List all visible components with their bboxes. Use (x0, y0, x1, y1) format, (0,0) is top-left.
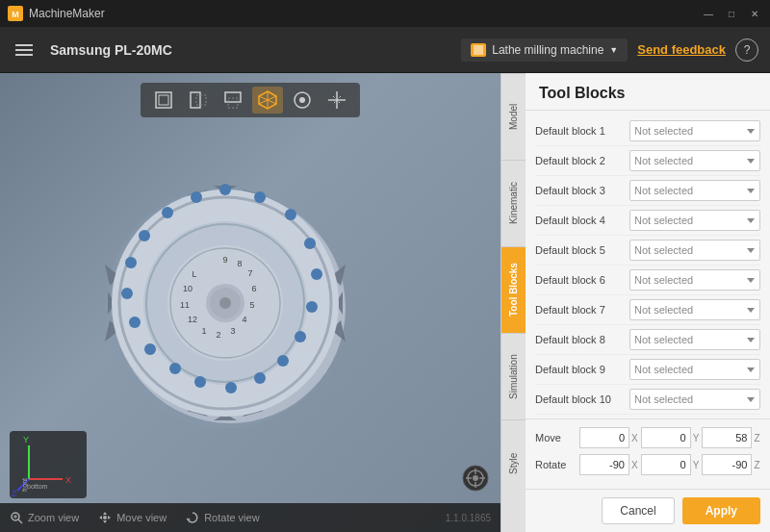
tab-simulation[interactable]: Simulation (501, 333, 526, 419)
header-right: Lathe milling machine ▼ Send feedback ? (461, 38, 758, 62)
block-select-3[interactable]: Not selected (629, 180, 760, 201)
home-button[interactable] (462, 465, 491, 494)
svg-text:6: 6 (251, 284, 256, 293)
move-label-text: Move (535, 432, 576, 443)
minimize-button[interactable]: — (701, 6, 716, 21)
app-title: MachineMaker (29, 7, 105, 20)
send-feedback-button[interactable]: Send feedback (637, 42, 726, 57)
svg-text:X: X (65, 475, 71, 485)
machine-type-label: Lathe milling machine (492, 43, 603, 57)
svg-point-50 (277, 355, 289, 367)
block-select-7[interactable]: Not selected (629, 299, 760, 320)
svg-point-47 (311, 268, 322, 280)
block-select-2[interactable]: Not selected (629, 150, 760, 171)
tab-model[interactable]: Model (501, 73, 526, 160)
block-select-4[interactable]: Not selected (629, 210, 760, 231)
rotate-view-tool[interactable]: Rotate view (186, 511, 259, 524)
crosshair-button[interactable] (321, 87, 352, 114)
block-label-9: Default block 9 (535, 364, 622, 375)
svg-text:Y: Y (23, 435, 29, 444)
block-row-2: Default block 2Not selected (535, 146, 760, 176)
svg-point-82 (103, 516, 107, 519)
top-view-button[interactable] (218, 87, 248, 114)
menu-button[interactable] (12, 40, 37, 60)
svg-rect-4 (159, 95, 168, 105)
machine-type-button[interactable]: Lathe milling machine ▼ (461, 38, 628, 62)
block-label-3: Default block 3 (535, 185, 622, 196)
svg-rect-5 (191, 92, 200, 108)
move-row: Move X Y Z (535, 427, 760, 448)
panel-actions: Cancel Apply (526, 489, 770, 532)
front-view-button[interactable] (148, 87, 179, 114)
block-select-10[interactable]: Not selected (629, 389, 760, 410)
rotate-z-axis: Z (752, 460, 760, 470)
svg-rect-2 (474, 45, 483, 55)
svg-text:7: 7 (247, 268, 252, 278)
move-x-input[interactable] (579, 427, 629, 448)
rotate-x-axis: X (629, 460, 638, 470)
svg-point-43 (219, 184, 231, 195)
tab-kinematic[interactable]: Kinematic (501, 160, 526, 246)
svg-text:8: 8 (237, 259, 242, 268)
iso-view-button[interactable] (252, 87, 283, 114)
component-view-button[interactable] (287, 87, 318, 114)
zoom-icon (10, 511, 23, 524)
close-button[interactable]: ✕ (747, 6, 762, 21)
block-select-6[interactable]: Not selected (629, 269, 760, 291)
move-z-input[interactable] (702, 427, 752, 448)
svg-rect-8 (228, 98, 238, 108)
svg-rect-7 (225, 92, 241, 102)
move-y-input[interactable] (641, 427, 691, 448)
block-row-10: Default block 10Not selected (535, 385, 760, 415)
block-label-10: Default block 10 (535, 393, 622, 405)
rotate-icon (186, 511, 199, 524)
svg-text:5: 5 (249, 300, 254, 310)
svg-point-29 (219, 297, 231, 309)
svg-text:12: 12 (188, 315, 197, 324)
version-text: 1.1.0.1865 (446, 513, 491, 523)
block-select-5[interactable]: Not selected (629, 240, 760, 261)
block-label-6: Default block 6 (535, 274, 622, 286)
transform-section: Move X Y Z (526, 418, 770, 489)
move-x-wrap: X (579, 427, 638, 448)
svg-point-60 (162, 207, 173, 218)
tab-tool-blocks[interactable]: Tool Blocks (501, 246, 526, 333)
block-label-7: Default block 7 (535, 304, 622, 316)
svg-point-56 (129, 317, 141, 328)
machine-name: Samsung PL-20MC (50, 42, 172, 58)
rotate-y-axis: Y (691, 460, 700, 470)
svg-text:1: 1 (201, 326, 206, 336)
right-panel: Model Kinematic Tool Blocks Simulation S… (500, 73, 770, 532)
svg-point-51 (254, 372, 266, 384)
rotate-label-text: Rotate (535, 459, 576, 470)
maximize-button[interactable]: □ (724, 6, 739, 21)
rotate-label: Rotate view (204, 512, 259, 523)
rotate-x-input[interactable] (579, 454, 629, 475)
svg-point-61 (191, 191, 202, 203)
svg-point-57 (121, 288, 133, 299)
block-select-8[interactable]: Not selected (629, 329, 760, 350)
block-row-7: Default block 7Not selected (535, 295, 760, 325)
svg-point-52 (225, 382, 237, 393)
help-button[interactable]: ? (735, 38, 758, 62)
viewport[interactable]: 9 8 7 6 5 4 3 2 1 12 11 10 L (0, 73, 500, 532)
svg-point-58 (125, 257, 137, 268)
apply-button[interactable]: Apply (682, 497, 760, 524)
rotate-inputs: X Y Z (579, 454, 760, 475)
window-controls[interactable]: — □ ✕ (701, 6, 762, 21)
svg-text:11: 11 (180, 300, 190, 310)
tab-style[interactable]: Style (501, 419, 526, 506)
rotate-y-input[interactable] (641, 454, 691, 475)
rotate-z-input[interactable] (702, 454, 752, 475)
cancel-button[interactable]: Cancel (602, 497, 674, 524)
rotate-z-wrap: Z (702, 454, 760, 475)
block-row-4: Default block 4Not selected (535, 206, 760, 236)
block-select-9[interactable]: Not selected (629, 359, 760, 380)
svg-point-14 (299, 97, 305, 103)
block-select-1[interactable]: Not selected (629, 120, 760, 141)
zoom-view-tool[interactable]: Zoom view (10, 511, 79, 524)
side-view-button[interactable] (183, 87, 214, 114)
svg-point-46 (304, 238, 316, 249)
move-view-tool[interactable]: Move view (98, 511, 167, 524)
header-left: Samsung PL-20MC (12, 40, 172, 60)
